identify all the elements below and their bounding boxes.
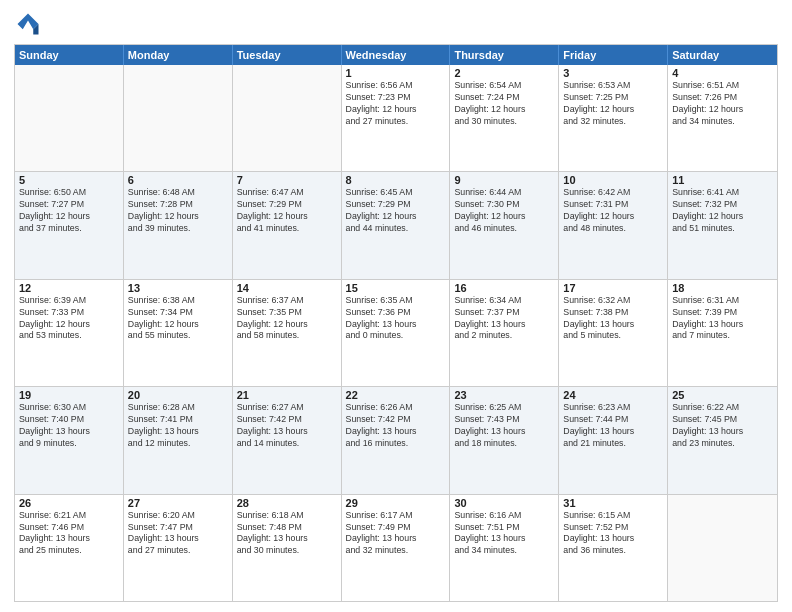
day-number: 15 xyxy=(346,282,446,294)
weekday-header-tuesday: Tuesday xyxy=(233,45,342,65)
day-number: 21 xyxy=(237,389,337,401)
day-number: 26 xyxy=(19,497,119,509)
calendar-cell-day-27: 27Sunrise: 6:20 AM Sunset: 7:47 PM Dayli… xyxy=(124,495,233,601)
calendar-cell-day-30: 30Sunrise: 6:16 AM Sunset: 7:51 PM Dayli… xyxy=(450,495,559,601)
day-info: Sunrise: 6:31 AM Sunset: 7:39 PM Dayligh… xyxy=(672,295,773,343)
calendar-cell-day-5: 5Sunrise: 6:50 AM Sunset: 7:27 PM Daylig… xyxy=(15,172,124,278)
day-number: 12 xyxy=(19,282,119,294)
day-info: Sunrise: 6:39 AM Sunset: 7:33 PM Dayligh… xyxy=(19,295,119,343)
day-info: Sunrise: 6:20 AM Sunset: 7:47 PM Dayligh… xyxy=(128,510,228,558)
calendar-row-1: 1Sunrise: 6:56 AM Sunset: 7:23 PM Daylig… xyxy=(15,65,777,171)
day-number: 24 xyxy=(563,389,663,401)
day-info: Sunrise: 6:21 AM Sunset: 7:46 PM Dayligh… xyxy=(19,510,119,558)
day-number: 20 xyxy=(128,389,228,401)
calendar-cell-day-20: 20Sunrise: 6:28 AM Sunset: 7:41 PM Dayli… xyxy=(124,387,233,493)
day-number: 31 xyxy=(563,497,663,509)
day-number: 4 xyxy=(672,67,773,79)
weekday-header-wednesday: Wednesday xyxy=(342,45,451,65)
calendar-cell-day-8: 8Sunrise: 6:45 AM Sunset: 7:29 PM Daylig… xyxy=(342,172,451,278)
calendar-cell-empty xyxy=(233,65,342,171)
day-info: Sunrise: 6:54 AM Sunset: 7:24 PM Dayligh… xyxy=(454,80,554,128)
day-info: Sunrise: 6:25 AM Sunset: 7:43 PM Dayligh… xyxy=(454,402,554,450)
day-info: Sunrise: 6:53 AM Sunset: 7:25 PM Dayligh… xyxy=(563,80,663,128)
day-info: Sunrise: 6:35 AM Sunset: 7:36 PM Dayligh… xyxy=(346,295,446,343)
weekday-header-sunday: Sunday xyxy=(15,45,124,65)
calendar-cell-day-21: 21Sunrise: 6:27 AM Sunset: 7:42 PM Dayli… xyxy=(233,387,342,493)
calendar-cell-day-12: 12Sunrise: 6:39 AM Sunset: 7:33 PM Dayli… xyxy=(15,280,124,386)
day-number: 28 xyxy=(237,497,337,509)
day-info: Sunrise: 6:38 AM Sunset: 7:34 PM Dayligh… xyxy=(128,295,228,343)
calendar-cell-day-11: 11Sunrise: 6:41 AM Sunset: 7:32 PM Dayli… xyxy=(668,172,777,278)
calendar-cell-day-19: 19Sunrise: 6:30 AM Sunset: 7:40 PM Dayli… xyxy=(15,387,124,493)
calendar-row-5: 26Sunrise: 6:21 AM Sunset: 7:46 PM Dayli… xyxy=(15,494,777,601)
logo-icon xyxy=(14,10,42,38)
day-number: 11 xyxy=(672,174,773,186)
day-number: 10 xyxy=(563,174,663,186)
day-number: 8 xyxy=(346,174,446,186)
day-info: Sunrise: 6:45 AM Sunset: 7:29 PM Dayligh… xyxy=(346,187,446,235)
day-number: 16 xyxy=(454,282,554,294)
calendar-cell-day-1: 1Sunrise: 6:56 AM Sunset: 7:23 PM Daylig… xyxy=(342,65,451,171)
day-number: 6 xyxy=(128,174,228,186)
svg-marker-0 xyxy=(18,14,39,30)
day-number: 22 xyxy=(346,389,446,401)
calendar-cell-day-17: 17Sunrise: 6:32 AM Sunset: 7:38 PM Dayli… xyxy=(559,280,668,386)
calendar-cell-day-10: 10Sunrise: 6:42 AM Sunset: 7:31 PM Dayli… xyxy=(559,172,668,278)
day-number: 18 xyxy=(672,282,773,294)
day-info: Sunrise: 6:30 AM Sunset: 7:40 PM Dayligh… xyxy=(19,402,119,450)
day-number: 23 xyxy=(454,389,554,401)
day-info: Sunrise: 6:17 AM Sunset: 7:49 PM Dayligh… xyxy=(346,510,446,558)
calendar-cell-empty xyxy=(124,65,233,171)
calendar-cell-day-4: 4Sunrise: 6:51 AM Sunset: 7:26 PM Daylig… xyxy=(668,65,777,171)
logo xyxy=(14,10,44,38)
calendar-cell-day-31: 31Sunrise: 6:15 AM Sunset: 7:52 PM Dayli… xyxy=(559,495,668,601)
weekday-header-monday: Monday xyxy=(124,45,233,65)
calendar-cell-day-25: 25Sunrise: 6:22 AM Sunset: 7:45 PM Dayli… xyxy=(668,387,777,493)
calendar-cell-empty xyxy=(668,495,777,601)
calendar-cell-day-15: 15Sunrise: 6:35 AM Sunset: 7:36 PM Dayli… xyxy=(342,280,451,386)
calendar-cell-day-13: 13Sunrise: 6:38 AM Sunset: 7:34 PM Dayli… xyxy=(124,280,233,386)
weekday-header-thursday: Thursday xyxy=(450,45,559,65)
day-info: Sunrise: 6:48 AM Sunset: 7:28 PM Dayligh… xyxy=(128,187,228,235)
calendar-cell-day-23: 23Sunrise: 6:25 AM Sunset: 7:43 PM Dayli… xyxy=(450,387,559,493)
calendar-cell-day-18: 18Sunrise: 6:31 AM Sunset: 7:39 PM Dayli… xyxy=(668,280,777,386)
day-number: 30 xyxy=(454,497,554,509)
day-info: Sunrise: 6:26 AM Sunset: 7:42 PM Dayligh… xyxy=(346,402,446,450)
day-info: Sunrise: 6:50 AM Sunset: 7:27 PM Dayligh… xyxy=(19,187,119,235)
calendar-body: 1Sunrise: 6:56 AM Sunset: 7:23 PM Daylig… xyxy=(15,65,777,601)
calendar-cell-day-29: 29Sunrise: 6:17 AM Sunset: 7:49 PM Dayli… xyxy=(342,495,451,601)
day-info: Sunrise: 6:16 AM Sunset: 7:51 PM Dayligh… xyxy=(454,510,554,558)
day-info: Sunrise: 6:28 AM Sunset: 7:41 PM Dayligh… xyxy=(128,402,228,450)
calendar-row-4: 19Sunrise: 6:30 AM Sunset: 7:40 PM Dayli… xyxy=(15,386,777,493)
day-number: 17 xyxy=(563,282,663,294)
calendar-cell-day-6: 6Sunrise: 6:48 AM Sunset: 7:28 PM Daylig… xyxy=(124,172,233,278)
day-number: 3 xyxy=(563,67,663,79)
day-number: 1 xyxy=(346,67,446,79)
day-number: 2 xyxy=(454,67,554,79)
day-number: 25 xyxy=(672,389,773,401)
day-number: 19 xyxy=(19,389,119,401)
day-info: Sunrise: 6:22 AM Sunset: 7:45 PM Dayligh… xyxy=(672,402,773,450)
day-number: 29 xyxy=(346,497,446,509)
day-info: Sunrise: 6:23 AM Sunset: 7:44 PM Dayligh… xyxy=(563,402,663,450)
calendar-header: SundayMondayTuesdayWednesdayThursdayFrid… xyxy=(15,45,777,65)
day-info: Sunrise: 6:18 AM Sunset: 7:48 PM Dayligh… xyxy=(237,510,337,558)
day-info: Sunrise: 6:15 AM Sunset: 7:52 PM Dayligh… xyxy=(563,510,663,558)
day-info: Sunrise: 6:37 AM Sunset: 7:35 PM Dayligh… xyxy=(237,295,337,343)
day-info: Sunrise: 6:51 AM Sunset: 7:26 PM Dayligh… xyxy=(672,80,773,128)
calendar-cell-day-28: 28Sunrise: 6:18 AM Sunset: 7:48 PM Dayli… xyxy=(233,495,342,601)
day-info: Sunrise: 6:41 AM Sunset: 7:32 PM Dayligh… xyxy=(672,187,773,235)
day-number: 27 xyxy=(128,497,228,509)
day-info: Sunrise: 6:44 AM Sunset: 7:30 PM Dayligh… xyxy=(454,187,554,235)
weekday-header-saturday: Saturday xyxy=(668,45,777,65)
calendar-cell-day-22: 22Sunrise: 6:26 AM Sunset: 7:42 PM Dayli… xyxy=(342,387,451,493)
day-number: 5 xyxy=(19,174,119,186)
day-info: Sunrise: 6:32 AM Sunset: 7:38 PM Dayligh… xyxy=(563,295,663,343)
day-info: Sunrise: 6:56 AM Sunset: 7:23 PM Dayligh… xyxy=(346,80,446,128)
calendar: SundayMondayTuesdayWednesdayThursdayFrid… xyxy=(14,44,778,602)
calendar-row-3: 12Sunrise: 6:39 AM Sunset: 7:33 PM Dayli… xyxy=(15,279,777,386)
day-info: Sunrise: 6:47 AM Sunset: 7:29 PM Dayligh… xyxy=(237,187,337,235)
calendar-cell-day-3: 3Sunrise: 6:53 AM Sunset: 7:25 PM Daylig… xyxy=(559,65,668,171)
day-info: Sunrise: 6:42 AM Sunset: 7:31 PM Dayligh… xyxy=(563,187,663,235)
calendar-cell-empty xyxy=(15,65,124,171)
